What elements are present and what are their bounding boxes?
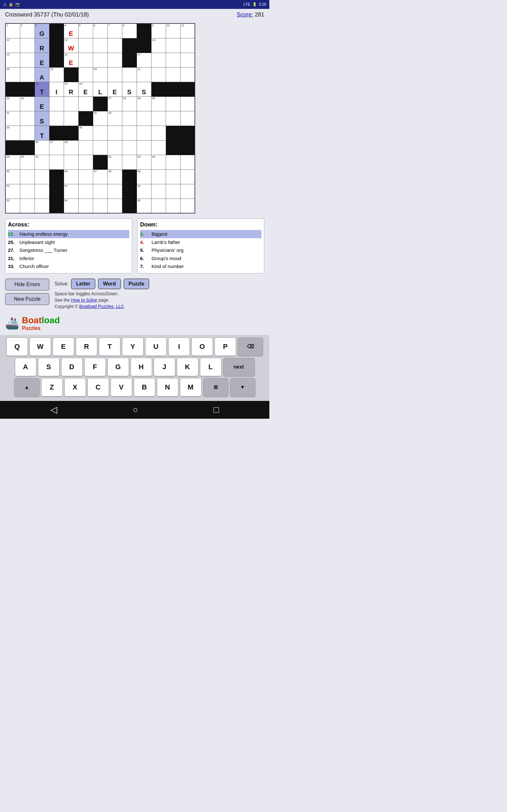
- hide-errors-button[interactable]: Hide Errors: [5, 278, 49, 291]
- cell-3-11[interactable]: [151, 53, 166, 67]
- cell-9-4[interactable]: 37: [49, 140, 64, 155]
- cell-13-6[interactable]: [78, 199, 93, 213]
- cell-13-5[interactable]: 54: [64, 199, 78, 213]
- cell-6-11[interactable]: 30: [151, 96, 166, 111]
- cell-2-8[interactable]: [107, 38, 122, 53]
- cell-7-12[interactable]: [166, 111, 180, 125]
- cell-11-3[interactable]: [35, 169, 49, 184]
- cell-5-6[interactable]: 24E: [78, 82, 93, 96]
- cell-6-13[interactable]: [180, 96, 195, 111]
- key-L[interactable]: L: [200, 358, 222, 376]
- cell-6-4[interactable]: [49, 96, 64, 111]
- cell-11-5[interactable]: 46: [64, 169, 78, 184]
- key-F[interactable]: F: [84, 358, 106, 376]
- cell-11-2[interactable]: [20, 169, 35, 184]
- key-P[interactable]: P: [215, 338, 236, 356]
- cell-13-12[interactable]: [166, 199, 180, 213]
- cell-7-7[interactable]: 32: [93, 111, 107, 125]
- cell-7-3[interactable]: S: [35, 111, 49, 125]
- cell-10-8[interactable]: 42: [107, 155, 122, 169]
- key-O[interactable]: O: [191, 338, 213, 356]
- cell-3-7[interactable]: [93, 53, 107, 67]
- cell-7-4[interactable]: [49, 111, 64, 125]
- across-clue-33[interactable]: 33. Church officer: [8, 262, 129, 270]
- cell-5-10[interactable]: S: [136, 82, 151, 96]
- key-W[interactable]: W: [30, 338, 51, 356]
- cell-7-10[interactable]: [136, 111, 151, 125]
- cell-11-8[interactable]: 48: [107, 169, 122, 184]
- key-U[interactable]: U: [145, 338, 167, 356]
- cell-8-2[interactable]: [20, 125, 35, 140]
- cell-9-9[interactable]: [122, 140, 136, 155]
- key-next[interactable]: next: [223, 358, 255, 376]
- new-puzzle-button[interactable]: New Puzzle: [5, 293, 49, 305]
- across-clue-22[interactable]: 22. Having endless energy: [8, 230, 129, 238]
- key-H[interactable]: H: [130, 358, 152, 376]
- cell-10-6[interactable]: [78, 155, 93, 169]
- key-M[interactable]: M: [180, 378, 202, 397]
- key-down[interactable]: ▼: [230, 378, 256, 397]
- word-button[interactable]: Word: [98, 278, 121, 289]
- cell-1-13[interactable]: 11: [180, 23, 195, 38]
- cell-6-10[interactable]: 29: [136, 96, 151, 111]
- cell-10-10[interactable]: 43: [136, 155, 151, 169]
- cell-1-1[interactable]: 1: [5, 23, 20, 38]
- cell-6-1[interactable]: 25: [5, 96, 20, 111]
- cell-4-6[interactable]: [78, 67, 93, 82]
- cell-8-7[interactable]: [93, 125, 107, 140]
- crossword-grid[interactable]: 1 2 3G 4E 5 6 7 8 9 10 11 12 R 13W: [5, 23, 195, 213]
- cell-4-11[interactable]: [151, 67, 166, 82]
- down-clue-3[interactable]: 3. Biggest: [140, 230, 262, 238]
- cell-5-5[interactable]: 23R: [64, 82, 78, 96]
- key-S[interactable]: S: [38, 358, 60, 376]
- cell-9-11[interactable]: [151, 140, 166, 155]
- key-B[interactable]: B: [134, 378, 155, 397]
- cell-3-1[interactable]: 15: [5, 53, 20, 67]
- cell-4-12[interactable]: [166, 67, 180, 82]
- cell-1-2[interactable]: 2: [20, 23, 35, 38]
- cell-7-1[interactable]: 31: [5, 111, 20, 125]
- cell-8-8[interactable]: [107, 125, 122, 140]
- key-Q[interactable]: Q: [6, 338, 28, 356]
- key-J[interactable]: J: [154, 358, 175, 376]
- cell-13-8[interactable]: [107, 199, 122, 213]
- key-A[interactable]: A: [15, 358, 37, 376]
- key-I[interactable]: I: [168, 338, 190, 356]
- cell-4-3[interactable]: A: [35, 67, 49, 82]
- cell-5-3[interactable]: 22T: [35, 82, 49, 96]
- key-Z[interactable]: Z: [41, 378, 63, 397]
- key-R[interactable]: R: [76, 338, 97, 356]
- cell-12-3[interactable]: [35, 184, 49, 199]
- down-clue-4[interactable]: 4. Lamb's father: [140, 238, 262, 247]
- cell-5-8[interactable]: E: [107, 82, 122, 96]
- cell-9-5[interactable]: 38: [64, 140, 78, 155]
- cell-9-6[interactable]: [78, 140, 93, 155]
- cell-11-7[interactable]: 47: [93, 169, 107, 184]
- cell-7-9[interactable]: [122, 111, 136, 125]
- key-D[interactable]: D: [61, 358, 83, 376]
- cell-8-3[interactable]: T: [35, 125, 49, 140]
- cell-8-11[interactable]: [151, 125, 166, 140]
- cell-2-1[interactable]: 12: [5, 38, 20, 53]
- cell-4-13[interactable]: [180, 67, 195, 82]
- cell-12-11[interactable]: [151, 184, 166, 199]
- recent-button[interactable]: □: [207, 402, 225, 417]
- cell-12-13[interactable]: [180, 184, 195, 199]
- cell-10-1[interactable]: 39: [5, 155, 20, 169]
- cell-8-9[interactable]: [122, 125, 136, 140]
- cell-2-13[interactable]: [180, 38, 195, 53]
- cell-1-6[interactable]: 5: [78, 23, 93, 38]
- cell-10-2[interactable]: 40: [20, 155, 35, 169]
- cell-12-5[interactable]: 51: [64, 184, 78, 199]
- cell-3-2[interactable]: [20, 53, 35, 67]
- cell-5-4[interactable]: I: [49, 82, 64, 96]
- cell-2-6[interactable]: [78, 38, 93, 53]
- cell-1-9[interactable]: 8: [122, 23, 136, 38]
- cell-10-11[interactable]: 44: [151, 155, 166, 169]
- key-C[interactable]: C: [88, 378, 109, 397]
- cell-10-12[interactable]: [166, 155, 180, 169]
- cell-4-1[interactable]: 18: [5, 67, 20, 82]
- down-clue-6[interactable]: 6. Group's mood: [140, 254, 262, 263]
- cell-13-2[interactable]: [20, 199, 35, 213]
- cell-2-12[interactable]: [166, 38, 180, 53]
